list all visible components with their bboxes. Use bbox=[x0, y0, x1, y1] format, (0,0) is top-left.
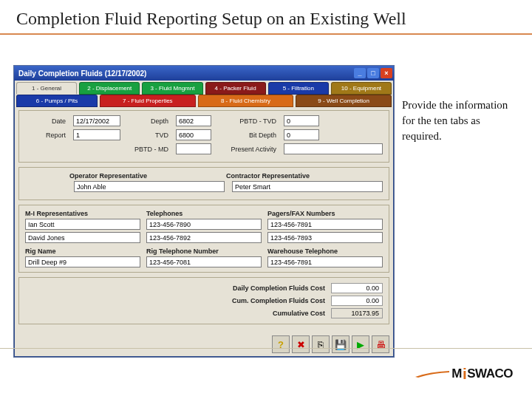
mi-rep-label: M-I Representatives bbox=[25, 210, 140, 217]
tab-displacement[interactable]: 2 - Displacement bbox=[79, 82, 140, 95]
next-button[interactable]: ▶ bbox=[352, 335, 369, 353]
bottom-toolbar: ? ✖ ⎘ 💾 ▶ 🖶 bbox=[14, 333, 394, 357]
report-input[interactable] bbox=[73, 129, 120, 140]
fax-label: Pagers/FAX Numbers bbox=[267, 210, 383, 217]
depth-input[interactable] bbox=[176, 115, 211, 126]
pbtd-tvd-label: PBTD - TVD bbox=[219, 117, 276, 125]
tab-packer-fluid[interactable]: 4 - Packer Fluid bbox=[205, 82, 266, 95]
con-rep-input[interactable] bbox=[232, 181, 383, 192]
daily-cost-label: Daily Completion Fluids Cost bbox=[200, 284, 325, 292]
app-window: Daily Completion Fluids (12/17/2002) _ □… bbox=[13, 65, 395, 358]
save-button[interactable]: 💾 bbox=[332, 335, 349, 353]
window-title: Daily Completion Fluids (12/17/2002) bbox=[18, 69, 352, 78]
depth-label: Depth bbox=[128, 117, 168, 125]
op-rep-input[interactable] bbox=[74, 181, 225, 192]
print-button[interactable]: 🖶 bbox=[372, 335, 389, 353]
copy-button[interactable]: ⎘ bbox=[312, 335, 330, 353]
op-rep-label: Operator Representative bbox=[69, 172, 226, 180]
tab-equipment[interactable]: 10 - Equipment bbox=[331, 82, 392, 95]
cum-fluids-cost-value: 0.00 bbox=[331, 296, 383, 306]
tab-general[interactable]: 1 - General bbox=[16, 82, 77, 95]
tel-2-input[interactable] bbox=[146, 232, 262, 243]
slide-title: Completion Fluid Reporting Setup on an E… bbox=[0, 0, 532, 33]
bit-depth-label: Bit Depth bbox=[219, 132, 276, 139]
mi-rep-2-input[interactable] bbox=[25, 232, 140, 243]
cumulative-cost-value: 10173.95 bbox=[331, 308, 383, 318]
daily-cost-value: 0.00 bbox=[331, 283, 383, 293]
tab-filtration[interactable]: 5 - Filtration bbox=[268, 82, 329, 95]
pbtd-md-input[interactable] bbox=[176, 143, 211, 154]
tab-fluid-properties[interactable]: 7 - Fluid Properties bbox=[100, 95, 196, 107]
activity-label: Present Activity bbox=[219, 146, 276, 153]
rig-name-label: Rig Name bbox=[25, 248, 140, 255]
tab-well-completion[interactable]: 9 - Well Completion bbox=[296, 95, 392, 107]
bit-depth-input[interactable] bbox=[284, 129, 319, 140]
callout-text: Provide the information for the ten tabs… bbox=[402, 98, 513, 144]
footer-rule bbox=[0, 348, 532, 349]
warehouse-tel-label: Warehouse Telephone bbox=[267, 248, 383, 255]
cum-fluids-cost-label: Cum. Completion Fluids Cost bbox=[200, 297, 325, 304]
panel-contacts: M-I Representatives Telephones Pagers/FA… bbox=[18, 205, 389, 273]
tab-pumps-pits[interactable]: 6 - Pumps / Pits bbox=[16, 95, 98, 107]
pbtd-md-label: PBTD - MD bbox=[128, 146, 168, 153]
tab-fluid-chemistry[interactable]: 8 - Fluid Chemistry bbox=[198, 95, 294, 107]
tab-content-general: Date Depth PBTD - TVD Report TVD Bit Dep… bbox=[14, 107, 394, 333]
cumulative-cost-label: Cumulative Cost bbox=[200, 310, 325, 317]
panel-basics: Date Depth PBTD - TVD Report TVD Bit Dep… bbox=[18, 110, 389, 163]
fax-1-input[interactable] bbox=[267, 219, 383, 230]
report-label: Report bbox=[25, 132, 66, 139]
tabs-row-1: 1 - General 2 - Displacement 3 - Fluid M… bbox=[14, 81, 394, 95]
pbtd-tvd-input[interactable] bbox=[284, 115, 319, 126]
con-rep-label: Contractor Representative bbox=[226, 172, 383, 180]
close-button[interactable]: × bbox=[381, 68, 392, 78]
mi-rep-1-input[interactable] bbox=[25, 219, 140, 230]
help-button[interactable]: ? bbox=[272, 335, 290, 353]
fax-2-input[interactable] bbox=[267, 232, 383, 243]
date-input[interactable] bbox=[73, 115, 120, 126]
tel-1-input[interactable] bbox=[146, 219, 262, 230]
tabs-row-2: 6 - Pumps / Pits 7 - Fluid Properties 8 … bbox=[14, 95, 394, 107]
delete-button[interactable]: ✖ bbox=[292, 335, 310, 353]
panel-reps: Operator Representative Contractor Repre… bbox=[18, 167, 389, 200]
tvd-label: TVD bbox=[128, 132, 168, 139]
title-rule bbox=[0, 33, 532, 35]
swoosh-icon bbox=[415, 370, 449, 378]
date-label: Date bbox=[25, 117, 66, 125]
tel-label: Telephones bbox=[146, 210, 262, 217]
maximize-button[interactable]: □ bbox=[367, 68, 379, 78]
tab-fluid-mngmnt[interactable]: 3 - Fluid Mngmnt bbox=[142, 82, 202, 95]
rig-tel-input[interactable] bbox=[146, 256, 262, 267]
rig-tel-label: Rig Telephone Number bbox=[146, 248, 262, 255]
rig-name-input[interactable] bbox=[25, 256, 140, 267]
activity-input[interactable] bbox=[284, 143, 383, 154]
brand-logo: MiSWACO bbox=[415, 365, 513, 383]
titlebar: Daily Completion Fluids (12/17/2002) _ □… bbox=[14, 66, 394, 81]
panel-summary: Daily Completion Fluids Cost0.00 Cum. Co… bbox=[18, 277, 389, 324]
warehouse-tel-input[interactable] bbox=[267, 256, 383, 267]
minimize-button[interactable]: _ bbox=[354, 68, 366, 78]
tvd-input[interactable] bbox=[176, 129, 211, 140]
